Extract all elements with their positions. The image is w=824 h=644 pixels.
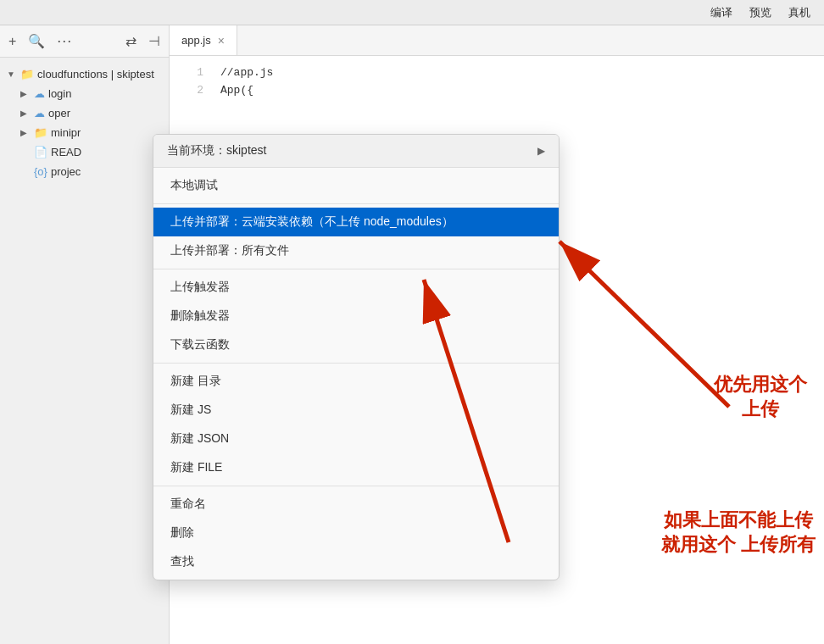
sort-icon[interactable]: ⇄ (125, 33, 136, 49)
menu-item-delete[interactable]: 删除 (153, 519, 559, 547)
menu-item-delete-trigger[interactable]: 删除触发器 (153, 302, 559, 330)
code-line-1: 1 //app.js (170, 64, 824, 82)
tree-label-project: projec (51, 165, 81, 178)
menu-item-new-dir[interactable]: 新建 目录 (153, 367, 559, 396)
tree-item-login[interactable]: ▶ ☁ login (0, 84, 169, 103)
context-menu-section-5: 重命名 删除 查找 (153, 486, 559, 580)
tree-label-cloudfunctions: cloudfunctions | skiptest (37, 68, 154, 80)
tree-label-open: oper (48, 107, 70, 119)
tree-item-open[interactable]: ▶ ☁ oper (0, 103, 169, 123)
sidebar-tree: ▼ 📁 cloudfunctions | skiptest ▶ ☁ login … (0, 58, 169, 188)
menu-item-local-debug[interactable]: 本地调试 (153, 171, 559, 200)
menu-compile[interactable]: 编译 (710, 5, 732, 20)
menu-item-download-func[interactable]: 下载云函数 (153, 330, 559, 359)
tree-expand-arrow-login: ▶ (20, 89, 31, 98)
tree-item-project[interactable]: ▶ {o} projec (0, 162, 169, 181)
context-menu: 当前环境：skiptest ▶ 本地调试 上传并部署：云端安装依赖（不上传 no… (153, 134, 560, 580)
search-icon[interactable]: 🔍 (28, 33, 45, 49)
context-menu-section-2: 上传并部署：云端安装依赖（不上传 node_modules） 上传并部署：所有文… (153, 204, 559, 269)
menu-item-new-file[interactable]: 新建 FILE (153, 453, 559, 482)
line-code-2: App({ (220, 82, 253, 100)
tree-item-cloudfunctions[interactable]: ▼ 📁 cloudfunctions | skiptest (0, 64, 169, 84)
menu-item-upload-all[interactable]: 上传并部署：所有文件 (153, 236, 559, 265)
line-number-1: 1 (187, 64, 203, 82)
folder-icon-minipr: 📁 (34, 126, 47, 139)
tree-item-readme[interactable]: ▶ 📄 READ (0, 142, 169, 162)
menu-item-new-js[interactable]: 新建 JS (153, 396, 559, 425)
collapse-icon[interactable]: ⊣ (148, 33, 160, 49)
tree-label-readme: READ (51, 146, 81, 158)
add-icon[interactable]: + (8, 34, 16, 49)
context-menu-section-3: 上传触发器 删除触发器 下载云函数 (153, 269, 559, 364)
menu-preview[interactable]: 预览 (749, 5, 771, 20)
cloud-icon-open: ☁ (34, 107, 45, 119)
context-menu-section-4: 新建 目录 新建 JS 新建 JSON 新建 FILE (153, 364, 559, 486)
tab-appjs[interactable]: app.js × (170, 25, 237, 55)
menu-item-new-json[interactable]: 新建 JSON (153, 425, 559, 453)
menu-device[interactable]: 真机 (788, 5, 810, 20)
context-menu-section-1: 本地调试 (153, 168, 559, 204)
sidebar: + 🔍 ··· ⇄ ⊣ ▼ 📁 cloudfunctions | skiptes… (0, 25, 170, 644)
more-options-icon[interactable]: ··· (57, 32, 72, 50)
context-menu-env-label: 当前环境：skiptest (167, 143, 266, 158)
tree-label-login: login (48, 87, 71, 100)
cloud-icon-login: ☁ (34, 87, 45, 100)
line-code-1: //app.js (220, 64, 273, 82)
line-number-2: 2 (187, 82, 203, 100)
folder-icon: 📁 (20, 68, 34, 80)
tree-expand-arrow: ▼ (7, 69, 17, 79)
tree-item-minipr[interactable]: ▶ 📁 minipr (0, 123, 169, 142)
tree-expand-arrow-minipr: ▶ (20, 128, 31, 137)
context-menu-header: 当前环境：skiptest ▶ (153, 135, 559, 168)
tree-expand-arrow-open: ▶ (20, 108, 31, 118)
top-menubar: 编译 预览 真机 (0, 0, 824, 25)
code-line-2: 2 App({ (170, 82, 824, 100)
config-icon-project: {o} (34, 165, 47, 178)
editor-tabs: app.js × (170, 25, 824, 56)
menu-item-upload-cloud[interactable]: 上传并部署：云端安装依赖（不上传 node_modules） (153, 208, 559, 236)
tab-appjs-label: app.js (181, 34, 211, 47)
menu-item-rename[interactable]: 重命名 (153, 490, 559, 519)
menu-item-find[interactable]: 查找 (153, 547, 559, 576)
tree-label-minipr: minipr (51, 126, 81, 139)
sidebar-toolbar: + 🔍 ··· ⇄ ⊣ (0, 25, 169, 58)
menu-item-upload-trigger[interactable]: 上传触发器 (153, 273, 559, 302)
context-menu-arrow: ▶ (537, 145, 545, 157)
file-icon-readme: 📄 (34, 146, 47, 158)
tab-close-button[interactable]: × (218, 34, 225, 47)
